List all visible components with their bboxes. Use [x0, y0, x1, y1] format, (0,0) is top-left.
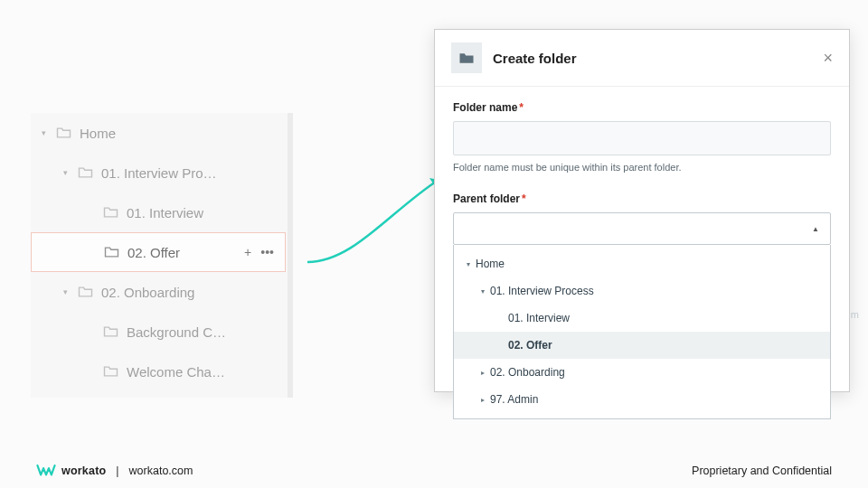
chevron-right-icon: ▸ [481, 396, 490, 404]
tree-row-interview[interactable]: 01. Interview [31, 192, 293, 232]
brand-name: workato [61, 465, 106, 477]
modal-header: Create folder × [435, 30, 849, 87]
modal-title: Create folder [493, 51, 577, 66]
dd-interview-process[interactable]: ▾ 01. Interview Process [454, 277, 830, 305]
brand-block: workato | workato.com [36, 464, 193, 478]
tree-row-background[interactable]: Background C… [31, 312, 293, 352]
folder-icon [103, 365, 118, 378]
chevron-down-icon: ▾ [42, 128, 52, 137]
brand-site: workato.com [129, 465, 193, 477]
folder-icon [78, 166, 93, 179]
folder-name-input[interactable] [453, 121, 831, 155]
slide-footer: workato | workato.com Proprietary and Co… [0, 454, 868, 488]
add-icon[interactable]: + [244, 245, 251, 259]
chevron-down-icon: ▾ [63, 287, 74, 296]
dropdown-item-label: 97. Admin [490, 393, 538, 406]
tree-row-offer[interactable]: 02. Offer + ••• [31, 232, 286, 272]
dropdown-item-label: 01. Interview [508, 312, 570, 324]
dd-home[interactable]: ▾ Home [454, 250, 830, 277]
modal-body: Folder name* Folder name must be unique … [435, 87, 849, 434]
tree-label: 02. Onboarding [101, 285, 194, 300]
tree-label: Welcome Cha… [127, 364, 225, 380]
dd-offer[interactable]: 02. Offer [454, 332, 830, 359]
annotation-arrow [298, 158, 452, 285]
dd-interview[interactable]: 01. Interview [454, 305, 830, 332]
tree-row-home[interactable]: ▾ Home [31, 113, 293, 153]
parent-folder-dropdown: ▾ Home ▾ 01. Interview Process 01. Inter… [453, 245, 831, 419]
folder-name-label: Folder name* [453, 101, 831, 114]
folder-icon [104, 246, 119, 258]
dropdown-item-label: 02. Offer [508, 339, 552, 352]
tree-row-interview-process[interactable]: ▾ 01. Interview Pro… [31, 153, 293, 192]
dropdown-item-label: 01. Interview Process [490, 285, 594, 297]
parent-folder-label: Parent folder* [453, 192, 831, 205]
workato-logo-icon [36, 464, 56, 478]
tree-label: 01. Interview [127, 205, 203, 221]
chevron-right-icon: ▸ [481, 369, 490, 377]
folder-name-hint: Folder name must be unique within its pa… [453, 162, 831, 173]
folder-icon [103, 325, 118, 338]
folder-tree-panel: ▾ Home ▾ 01. Interview Pro… 01. Intervie… [31, 113, 293, 398]
folder-icon [103, 206, 118, 219]
tree-label: Home [80, 126, 116, 141]
folder-icon-box [451, 42, 482, 73]
dropdown-item-label: 02. Onboarding [490, 366, 565, 379]
footer-confidential: Proprietary and Confidential [692, 465, 832, 477]
folder-icon [458, 52, 475, 65]
tree-label: Background C… [127, 324, 226, 340]
caret-up-icon: ▲ [812, 225, 819, 233]
tree-label: 01. Interview Pro… [101, 165, 217, 181]
dd-onboarding[interactable]: ▸ 02. Onboarding [454, 359, 830, 386]
tree-row-onboarding[interactable]: ▾ 02. Onboarding [31, 272, 293, 312]
dd-admin[interactable]: ▸ 97. Admin [454, 386, 830, 413]
create-folder-modal: Create folder × Folder name* Folder name… [434, 29, 850, 392]
tree-label: 02. Offer [127, 245, 180, 260]
chevron-down-icon: ▾ [467, 260, 476, 268]
parent-folder-select[interactable]: ▲ [453, 212, 831, 245]
tree-row-welcome[interactable]: Welcome Cha… [31, 352, 293, 391]
folder-icon [78, 286, 93, 298]
footer-separator: | [116, 465, 118, 477]
chevron-down-icon: ▾ [481, 287, 490, 296]
chevron-down-icon: ▾ [63, 168, 74, 177]
dropdown-item-label: Home [476, 258, 505, 270]
folder-icon [56, 127, 71, 139]
more-icon[interactable]: ••• [260, 245, 274, 259]
close-icon[interactable]: × [823, 49, 833, 68]
